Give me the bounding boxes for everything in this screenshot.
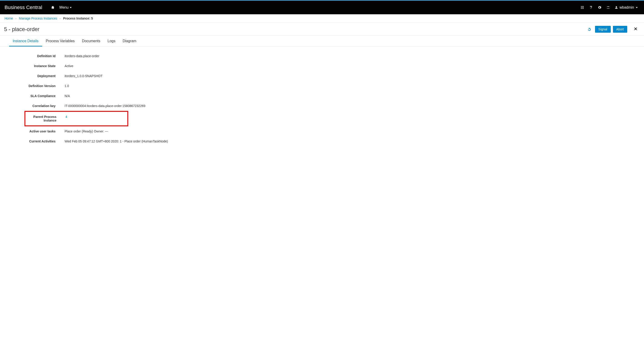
- row-instance-state: Instance State Active: [9, 61, 635, 71]
- value-deployment: itorders_1.0.0-SNAPSHOT: [64, 74, 102, 78]
- refresh-button[interactable]: [586, 26, 593, 33]
- breadcrumb-separator: »: [15, 17, 16, 20]
- row-parent-process: Parent Process Instance 4: [26, 114, 127, 124]
- label-sla-compliance: SLA Compliance: [9, 94, 64, 98]
- row-deployment: Deployment itorders_1.0.0-SNAPSHOT: [9, 71, 635, 81]
- svg-rect-6: [581, 8, 582, 9]
- chevron-down-icon: [636, 7, 638, 8]
- user-icon: [614, 6, 618, 9]
- close-button[interactable]: [632, 26, 640, 33]
- value-active-user-tasks: Place order (Ready) Owner: ---: [64, 130, 108, 133]
- svg-rect-1: [582, 6, 583, 7]
- home-icon: [51, 6, 55, 10]
- tabs: Instance Details Process Variables Docum…: [0, 36, 644, 47]
- admin-icon-button[interactable]: [604, 4, 612, 11]
- label-parent-process: Parent Process Instance: [26, 115, 66, 122]
- top-navbar: Business Central Menu wbadmin: [0, 1, 644, 14]
- value-sla-compliance: N/A: [64, 94, 70, 98]
- value-definition-version: 1.0: [64, 84, 69, 88]
- svg-rect-0: [581, 6, 582, 7]
- value-definition-id: itorders-data.place-order: [64, 54, 99, 58]
- breadcrumb-manage-link[interactable]: Manage Process Instances: [19, 17, 57, 20]
- nav-right-group: wbadmin: [578, 4, 640, 11]
- page-actions: Signal Abort: [586, 26, 640, 33]
- breadcrumb: Home » Manage Process Instances » Proces…: [0, 14, 644, 23]
- value-parent-process: 4: [66, 115, 67, 119]
- user-menu[interactable]: wbadmin: [613, 4, 640, 11]
- gear-icon: [598, 6, 602, 9]
- label-definition-id: Definition Id: [9, 54, 64, 58]
- label-deployment: Deployment: [9, 74, 64, 78]
- svg-rect-3: [581, 7, 582, 8]
- label-instance-state: Instance State: [9, 64, 64, 68]
- label-correlation-key: Correlation key: [9, 104, 64, 108]
- menu-dropdown[interactable]: Menu: [57, 4, 74, 11]
- value-current-activities: Wed Feb 05 09:47:12 GMT+800 2020: 1 - Pl…: [64, 139, 168, 143]
- breadcrumb-separator: »: [59, 17, 61, 20]
- settings-icon-button[interactable]: [596, 4, 604, 11]
- row-sla-compliance: SLA Compliance N/A: [9, 91, 635, 101]
- row-active-user-tasks: Active user tasks Place order (Ready) Ow…: [9, 126, 635, 136]
- svg-rect-8: [583, 8, 584, 9]
- svg-rect-7: [582, 8, 583, 9]
- abort-button[interactable]: Abort: [613, 26, 627, 33]
- row-definition-version: Definition Version 1.0: [9, 81, 635, 91]
- menu-label: Menu: [59, 6, 68, 10]
- highlight-parent-process: Parent Process Instance 4: [24, 111, 128, 126]
- question-icon: [589, 6, 593, 9]
- value-correlation-key: IT-0000000004:itorders-data.place-order:…: [64, 104, 146, 108]
- label-active-user-tasks: Active user tasks: [9, 130, 64, 133]
- chevron-down-icon: [70, 7, 72, 8]
- value-instance-state: Active: [64, 64, 73, 68]
- user-name: wbadmin: [620, 6, 634, 10]
- refresh-icon: [587, 28, 592, 32]
- row-definition-id: Definition Id itorders-data.place-order: [9, 51, 635, 61]
- breadcrumb-current: Process Instance: 5: [63, 17, 93, 20]
- tab-diagram[interactable]: Diagram: [119, 36, 140, 47]
- briefcase-icon: [606, 6, 610, 9]
- tab-logs[interactable]: Logs: [104, 36, 119, 47]
- svg-rect-5: [583, 7, 584, 8]
- parent-process-link[interactable]: 4: [66, 115, 67, 119]
- grid-icon: [580, 6, 584, 9]
- row-current-activities: Current Activities Wed Feb 05 09:47:12 G…: [9, 136, 635, 146]
- breadcrumb-home-link[interactable]: Home: [4, 17, 13, 20]
- home-icon-button[interactable]: [48, 4, 57, 11]
- apps-icon-button[interactable]: [578, 4, 586, 11]
- help-icon-button[interactable]: [587, 4, 595, 11]
- page-title: 5 - place-order: [4, 26, 40, 33]
- signal-button[interactable]: Signal: [595, 26, 611, 33]
- svg-rect-2: [583, 6, 584, 7]
- tab-instance-details[interactable]: Instance Details: [9, 36, 42, 47]
- label-definition-version: Definition Version: [9, 84, 64, 88]
- close-icon: [634, 27, 638, 31]
- brand-title: Business Central: [4, 5, 42, 11]
- page-header: 5 - place-order Signal Abort: [0, 23, 644, 36]
- label-current-activities: Current Activities: [9, 139, 64, 143]
- instance-details-panel: Definition Id itorders-data.place-order …: [0, 47, 644, 151]
- svg-rect-4: [582, 7, 583, 8]
- row-correlation-key: Correlation key IT-0000000004:itorders-d…: [9, 101, 635, 111]
- tab-process-variables[interactable]: Process Variables: [42, 36, 78, 47]
- tab-documents[interactable]: Documents: [78, 36, 104, 47]
